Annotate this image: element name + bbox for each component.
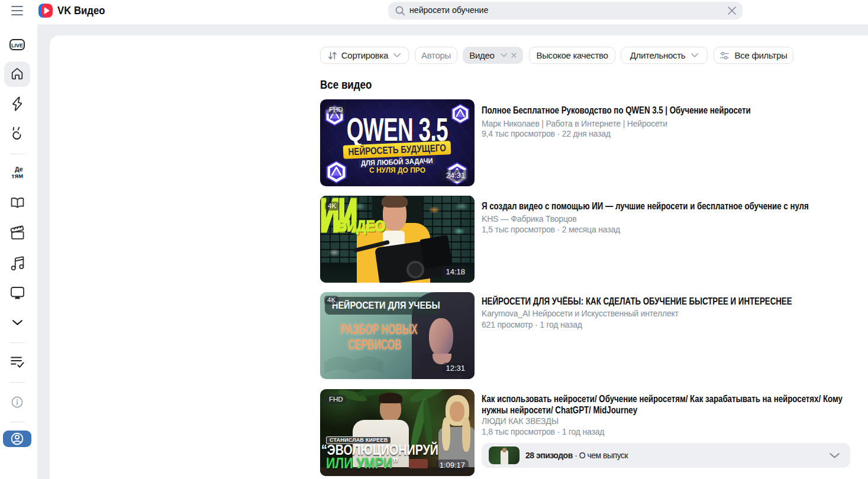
svg-text:LIVE: LIVE bbox=[11, 43, 23, 48]
